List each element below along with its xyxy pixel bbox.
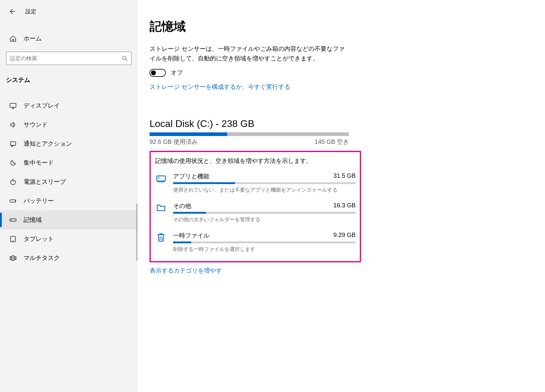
disk-usage-fill (150, 132, 227, 136)
trash-icon (155, 232, 167, 244)
sidebar-item-label: 通知とアクション (24, 140, 72, 148)
sidebar-item-label: 電源とスリープ (24, 178, 66, 186)
sidebar-item-notifications[interactable]: 通知とアクション (0, 134, 137, 153)
svg-rect-17 (157, 176, 165, 181)
category-size: 16.3 GB (334, 202, 356, 210)
notifications-icon (9, 140, 17, 148)
search-box[interactable] (6, 52, 131, 65)
sidebar-item-sound[interactable]: サウンド (0, 115, 137, 134)
category-desc: 使用されていない、または不要なアプリと機能をアンインストールする (173, 186, 356, 193)
disk-title: Local Disk (C:) - 238 GB (150, 118, 527, 129)
sidebar-item-label: 記憶域 (24, 216, 42, 224)
main-content: 記憶域 ストレージ センサーは、一時ファイルやごみ箱の内容などの不要なファイルを… (137, 0, 545, 392)
svg-rect-9 (15, 200, 16, 202)
svg-point-11 (11, 219, 11, 220)
sidebar-item-label: マルチタスク (24, 254, 60, 262)
battery-icon (9, 197, 17, 205)
arrow-left-icon (9, 8, 15, 15)
sidebar: 設定 ホーム システム ディスプレイ サウンド (0, 0, 137, 392)
back-button[interactable] (6, 5, 18, 18)
folder-icon (155, 202, 167, 215)
category-name: その他 (173, 202, 191, 210)
show-more-categories-link[interactable]: 表示するカテゴリを増やす (150, 267, 222, 275)
sidebar-item-storage[interactable]: 記憶域 (0, 210, 137, 229)
disk-used-label: 92.6 GB 使用済み (150, 138, 198, 146)
category-desc: その他の大きいフォルダーを管理する (173, 216, 356, 223)
storage-sense-toggle-row: オフ (150, 69, 527, 77)
category-name: アプリと機能 (173, 172, 209, 180)
toggle-state-label: オフ (171, 69, 183, 77)
svg-rect-16 (15, 257, 16, 260)
svg-rect-2 (10, 103, 16, 107)
svg-rect-14 (10, 257, 11, 260)
sound-icon (9, 121, 17, 129)
category-size: 31.5 GB (334, 172, 356, 180)
toggle-knob (151, 70, 156, 75)
storage-icon (9, 216, 17, 224)
app-title: 設定 (25, 8, 36, 15)
category-bar (173, 212, 356, 214)
category-bar (173, 241, 356, 243)
category-name: 一時ファイル (173, 232, 209, 240)
search-input[interactable] (10, 55, 122, 62)
sidebar-item-home[interactable]: ホーム (0, 30, 137, 47)
page-title: 記憶域 (150, 18, 527, 35)
display-icon (9, 102, 17, 110)
svg-rect-18 (158, 181, 164, 182)
configure-storage-sense-link[interactable]: ストレージ センサーを構成するか、今すぐ実行する (150, 83, 290, 91)
home-label: ホーム (24, 34, 42, 43)
category-apps[interactable]: アプリと機能 31.5 GB 使用されていない、または不要なアプリと機能をアンイ… (155, 172, 356, 193)
category-desc: 削除する一時ファイルを選択します (173, 246, 356, 253)
nav-list: ディスプレイ サウンド 通知とアクション 集中モード 電源とスリープ (0, 96, 137, 267)
sidebar-item-focus[interactable]: 集中モード (0, 153, 137, 172)
sidebar-item-power[interactable]: 電源とスリープ (0, 172, 137, 191)
titlebar: 設定 (0, 3, 137, 21)
home-icon (9, 35, 17, 43)
scrollbar-thumb[interactable] (136, 203, 137, 261)
svg-rect-5 (10, 142, 16, 145)
category-bar (173, 182, 356, 184)
categories-highlight-box: 記憶域の使用状況と、空き領域を増やす方法を示します。 アプリと機能 31.5 G… (150, 151, 361, 262)
sidebar-item-label: タブレット (24, 235, 54, 243)
svg-point-0 (123, 56, 126, 60)
category-temp-files[interactable]: 一時ファイル 9.29 GB 削除する一時ファイルを選択します (155, 232, 356, 253)
multitask-icon (9, 254, 17, 262)
apps-icon (155, 173, 167, 185)
power-icon (9, 178, 17, 186)
section-label-system: システム (0, 71, 137, 90)
sidebar-item-label: 集中モード (24, 159, 54, 167)
category-other[interactable]: その他 16.3 GB その他の大きいフォルダーを管理する (155, 202, 356, 223)
tablet-icon (9, 235, 17, 243)
sidebar-item-display[interactable]: ディスプレイ (0, 96, 137, 115)
category-size: 9.29 GB (334, 232, 356, 240)
disk-stats: 92.6 GB 使用済み 145 GB 空き (150, 138, 349, 146)
sidebar-item-tablet[interactable]: タブレット (0, 229, 137, 248)
sidebar-item-multitask[interactable]: マルチタスク (0, 248, 137, 267)
sidebar-item-battery[interactable]: バッテリー (0, 191, 137, 210)
svg-rect-15 (12, 256, 14, 261)
disk-usage-bar (150, 132, 349, 136)
sidebar-item-label: サウンド (24, 121, 48, 129)
storage-sense-description: ストレージ センサーは、一時ファイルやごみ箱の内容などの不要なファイルを削除して… (150, 44, 349, 63)
focus-icon (9, 159, 17, 167)
svg-rect-8 (10, 200, 15, 202)
storage-sense-toggle[interactable] (150, 69, 166, 77)
usage-description: 記憶域の使用状況と、空き領域を増やす方法を示します。 (155, 157, 356, 165)
search-icon (122, 56, 127, 61)
sidebar-item-label: ディスプレイ (24, 102, 60, 110)
svg-line-1 (126, 59, 127, 61)
disk-free-label: 145 GB 空き (315, 138, 349, 146)
sidebar-item-label: バッテリー (24, 197, 54, 205)
